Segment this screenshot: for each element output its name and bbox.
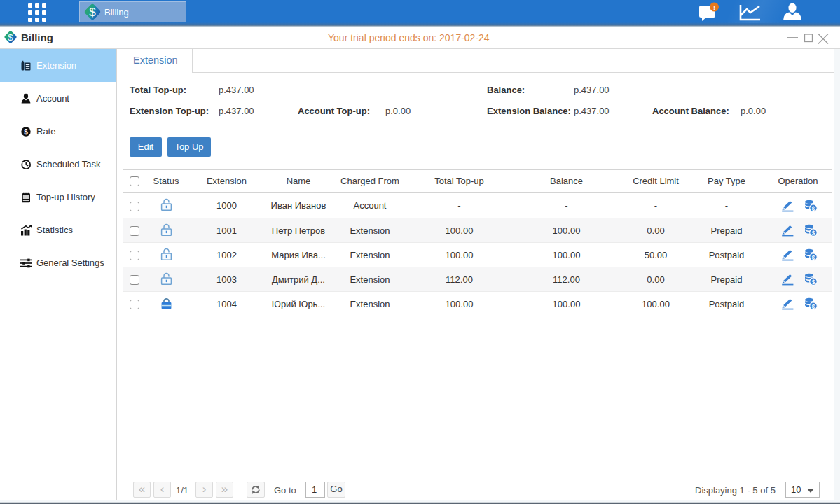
svg-text:$: $ [811, 303, 815, 310]
svg-text:$: $ [89, 6, 96, 19]
svg-text:!: ! [713, 4, 715, 11]
svg-text:$: $ [8, 32, 13, 43]
svg-text:$: $ [811, 230, 815, 237]
svg-text:$: $ [24, 127, 28, 135]
svg-text:$: $ [811, 254, 815, 261]
svg-text:$: $ [811, 279, 815, 286]
svg-text:$: $ [811, 204, 815, 211]
